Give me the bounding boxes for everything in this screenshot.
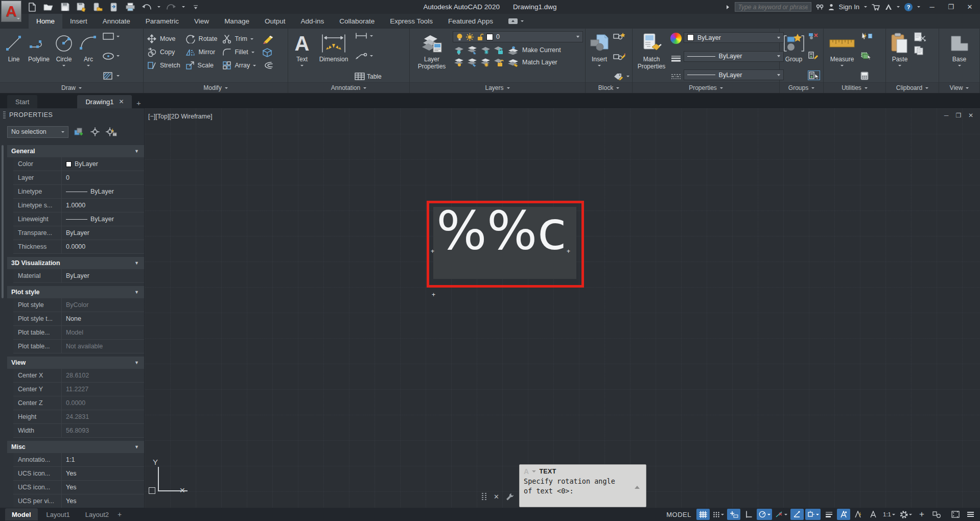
property-value[interactable]: ByColor: [62, 301, 144, 309]
layer-isolate-button[interactable]: [466, 44, 478, 56]
new-drawing-tab-button[interactable]: +: [133, 97, 144, 108]
property-value[interactable]: Not available: [62, 343, 144, 350]
section-header-misc[interactable]: Misc▼: [7, 441, 144, 453]
application-menu-button[interactable]: A: [1, 1, 21, 22]
ribbon-tab-home[interactable]: Home: [29, 14, 62, 29]
ribbon-tab-parametric[interactable]: Parametric: [138, 14, 186, 29]
grip-marker-right[interactable]: +: [567, 248, 570, 254]
define-attributes-button[interactable]: [613, 73, 629, 80]
paste-button[interactable]: Paste: [888, 30, 912, 82]
group-selection-toggle[interactable]: [808, 70, 820, 80]
polyline-button[interactable]: Polyline: [27, 30, 51, 82]
scale-button[interactable]: Scale: [185, 61, 218, 70]
property-value[interactable]: ByLayer: [62, 188, 144, 195]
text-button[interactable]: A Text: [290, 30, 314, 82]
property-value[interactable]: 0.0000: [62, 399, 144, 407]
restore-window-button[interactable]: ❐: [944, 2, 958, 13]
ribbon-tab-view[interactable]: View: [186, 14, 217, 29]
search-input[interactable]: [735, 2, 811, 12]
lineweight-combo[interactable]: ByLayer: [684, 51, 784, 62]
stretch-button[interactable]: Stretch: [147, 61, 180, 70]
annotation-monitor-button[interactable]: +: [915, 509, 928, 520]
viewport-close-button[interactable]: ✕: [966, 111, 976, 120]
annotation-autoscale-toggle[interactable]: [852, 509, 865, 520]
mirror-button[interactable]: Mirror: [185, 48, 218, 57]
make-current-button[interactable]: Make Current: [506, 46, 583, 55]
help-caret-icon[interactable]: [917, 6, 920, 8]
section-header-view[interactable]: View▼: [7, 357, 144, 369]
layer-thaw-button[interactable]: [479, 57, 492, 68]
explode-button[interactable]: [261, 47, 274, 57]
palette-titlebar[interactable]: PROPERTIES: [0, 108, 144, 122]
command-prompt-line2[interactable]: of text <0>:: [524, 487, 642, 495]
clean-screen-button[interactable]: [949, 509, 962, 520]
toggle-pickadd-button[interactable]: [73, 126, 85, 137]
quick-calculator-button[interactable]: [860, 72, 873, 80]
ribbon-tab-annotate[interactable]: Annotate: [95, 14, 138, 29]
isolate-objects-button[interactable]: [930, 509, 943, 520]
color-wheel-icon[interactable]: [670, 33, 682, 44]
palette-scrollbar[interactable]: [2, 145, 4, 298]
property-value[interactable]: 56.8093: [62, 427, 144, 434]
sign-in-label[interactable]: Sign In: [839, 3, 859, 11]
line-button[interactable]: Line: [2, 30, 26, 82]
ungroup-button[interactable]: [808, 32, 820, 40]
layer-off-button[interactable]: [453, 44, 465, 56]
property-value[interactable]: Yes: [62, 484, 144, 491]
customization-menu-button[interactable]: [964, 509, 977, 520]
cut-button[interactable]: [914, 32, 926, 41]
layer-lock-button[interactable]: [493, 44, 505, 56]
quick-select-button-palette[interactable]: [105, 126, 118, 137]
ribbon-tab-output[interactable]: Output: [257, 14, 293, 29]
model-space-label[interactable]: MODEL: [666, 511, 691, 518]
command-line-grip-icon[interactable]: [482, 493, 487, 501]
ribbon-tab-collaborate[interactable]: Collaborate: [332, 14, 382, 29]
undo-button[interactable]: [141, 2, 152, 12]
undo-history-caret-icon[interactable]: [157, 6, 160, 8]
save-button[interactable]: [59, 2, 71, 12]
tab-drawing1[interactable]: Drawing1✕: [77, 95, 132, 108]
erase-button[interactable]: [261, 34, 274, 44]
palette-grip-icon[interactable]: [3, 111, 6, 119]
autodesk-account-icon[interactable]: [884, 4, 892, 10]
redo-history-caret-icon[interactable]: [182, 6, 185, 8]
app-store-cart-icon[interactable]: [872, 4, 880, 11]
fillet-button[interactable]: Fillet: [222, 48, 256, 56]
panel-label-modify[interactable]: Modify: [144, 82, 288, 93]
annotation-visibility-toggle[interactable]: [837, 509, 850, 520]
property-value[interactable]: None: [62, 315, 144, 322]
match-layer-button[interactable]: Match Layer: [506, 58, 583, 67]
dimension-button[interactable]: Dimension: [315, 30, 353, 82]
property-value[interactable]: ByLayer: [62, 160, 144, 168]
open-from-web-mobile-button[interactable]: [92, 2, 103, 12]
text-entity-editor[interactable]: %%c: [433, 207, 576, 279]
dynamic-input-toggle[interactable]: [727, 509, 740, 520]
arc-button[interactable]: Arc: [77, 30, 100, 82]
user-icon[interactable]: [828, 4, 834, 11]
account-caret-icon[interactable]: [897, 6, 900, 8]
linetype-settings-icon[interactable]: [670, 74, 682, 80]
layer-on-button[interactable]: [453, 57, 465, 68]
panel-label-view[interactable]: View: [939, 82, 979, 93]
polar-tracking-toggle[interactable]: [757, 509, 772, 520]
object-color-combo[interactable]: ByLayer: [684, 32, 784, 43]
table-button[interactable]: Table: [355, 73, 382, 80]
copy-clip-button[interactable]: [914, 46, 926, 55]
layer-freeze-button[interactable]: [479, 44, 492, 56]
property-value[interactable]: 28.6102: [62, 372, 144, 379]
match-properties-button[interactable]: Match Properties: [635, 30, 668, 82]
object-snap-tracking-toggle[interactable]: [790, 509, 804, 520]
minimize-window-button[interactable]: ─: [925, 2, 939, 13]
search-icon[interactable]: [816, 4, 824, 10]
close-tab-icon[interactable]: ✕: [119, 98, 124, 105]
ribbon-tab-insert[interactable]: Insert: [62, 14, 95, 29]
measure-button[interactable]: Measure: [826, 30, 858, 82]
select-objects-crosshair-button[interactable]: [89, 126, 101, 137]
snap-mode-toggle[interactable]: [711, 509, 726, 520]
viewport-controls[interactable]: [−][Top][2D Wireframe]: [148, 113, 212, 120]
panel-label-block[interactable]: Block: [586, 82, 632, 93]
rectangle-button[interactable]: [102, 32, 120, 40]
panel-label-groups[interactable]: Groups: [780, 82, 823, 93]
rotate-button[interactable]: Rotate: [185, 34, 218, 43]
group-button[interactable]: Group: [782, 30, 806, 82]
